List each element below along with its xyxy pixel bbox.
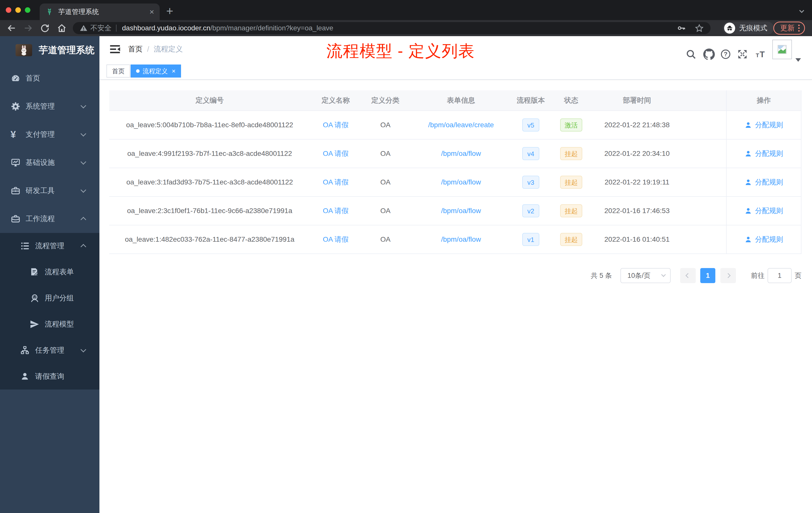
definition-name-link[interactable]: OA 请假	[323, 235, 349, 243]
sidebar-item-dev-tools[interactable]: 研发工具	[0, 177, 99, 205]
new-tab-button[interactable]: +	[166, 4, 173, 18]
zoom-window-button[interactable]	[25, 7, 30, 13]
font-size-icon[interactable]: TT	[755, 49, 767, 61]
help-icon[interactable]: ?	[720, 49, 731, 61]
tab-title: 芋道管理系统	[58, 7, 145, 16]
deploy-time: 2022-01-16 17:46:53	[593, 207, 681, 215]
status-badge: 挂起	[560, 204, 582, 217]
tag-home[interactable]: 首页	[107, 64, 130, 78]
assign-rule-link[interactable]: 分配规则	[745, 149, 783, 158]
bookmark-star-icon[interactable]	[695, 23, 704, 33]
tab-strip: 芋道管理系统 × +	[0, 0, 812, 20]
prev-page-button[interactable]	[680, 268, 696, 283]
browser-tab[interactable]: 芋道管理系统 ×	[40, 3, 160, 20]
sidebar-item-label: 流程表单	[45, 267, 74, 277]
workflow-submenu: 流程管理 流程表单 用户分组 流程模型 任务管理	[0, 233, 99, 390]
definition-category: OA	[361, 178, 409, 186]
version-badge: v1	[522, 233, 539, 246]
menu-dots-icon[interactable]	[798, 25, 800, 32]
page-size-select[interactable]: 10条/页	[620, 268, 671, 283]
status-badge: 挂起	[560, 147, 582, 160]
caret-down-icon[interactable]	[795, 58, 801, 62]
user-icon	[745, 150, 752, 157]
table-row: oa_leave:3:1fad3d93-7b75-11ec-a3c8-acde4…	[109, 168, 802, 197]
assign-rule-link[interactable]: 分配规则	[745, 206, 783, 216]
sidebar-item-process-management[interactable]: 流程管理	[0, 233, 99, 259]
form-link[interactable]: /bpm/oa/flow	[441, 235, 481, 243]
forward-button[interactable]	[23, 23, 33, 34]
tab-close-icon[interactable]: ×	[149, 8, 154, 16]
column-header: 操作	[726, 90, 802, 111]
assign-rule-link[interactable]: 分配规则	[745, 177, 783, 187]
warning-triangle-icon[interactable]	[79, 24, 88, 32]
user-icon	[745, 121, 752, 129]
toolbox-icon	[10, 186, 21, 196]
page-number-button[interactable]: 1	[700, 268, 715, 283]
yen-icon: ¥	[10, 129, 21, 140]
key-icon[interactable]	[677, 24, 686, 33]
tag-close-icon[interactable]: ×	[172, 67, 175, 75]
close-window-button[interactable]	[6, 7, 11, 13]
home-button[interactable]	[57, 23, 67, 34]
chevron-down-icon	[81, 131, 86, 137]
sidebar-item-user-group[interactable]: 用户分组	[0, 285, 99, 311]
tree-list-icon	[20, 241, 30, 251]
sidebar-item-process-model[interactable]: 流程模型	[0, 311, 99, 337]
sidebar-item-infrastructure[interactable]: 基础设施	[0, 149, 99, 177]
fullscreen-icon[interactable]	[737, 49, 748, 61]
sidebar-item-payment[interactable]: ¥ 支付管理	[0, 120, 99, 149]
definition-name-link[interactable]: OA 请假	[323, 150, 349, 157]
github-icon[interactable]	[703, 49, 715, 61]
form-link[interactable]: /bpm/oa/flow	[441, 207, 481, 215]
definition-category: OA	[361, 207, 409, 215]
chevron-left-icon	[686, 273, 691, 278]
back-button[interactable]	[6, 23, 17, 34]
app-title: 芋道管理系统	[39, 44, 94, 57]
assign-rule-link[interactable]: 分配规则	[745, 235, 783, 244]
url-bar[interactable]: 不安全 dashboard.yudao.iocoder.cn/bpm/manag…	[73, 22, 710, 34]
column-header: 状态	[549, 96, 593, 105]
form-edit-icon	[30, 267, 40, 277]
tab-search-chevron-icon[interactable]	[798, 7, 806, 17]
breadcrumb-home[interactable]: 首页	[128, 44, 143, 54]
chevron-down-icon	[81, 103, 86, 109]
status-badge: 挂起	[560, 176, 582, 189]
sidebar-collapse-icon[interactable]	[109, 43, 121, 57]
form-link[interactable]: /bpm/oa/flow	[441, 150, 481, 157]
form-link[interactable]: /bpm/oa/flow	[441, 178, 481, 186]
sidebar-item-process-form[interactable]: 流程表单	[0, 259, 99, 285]
column-header: 部署时间	[593, 96, 681, 105]
deploy-time: 2022-01-16 01:40:51	[593, 235, 681, 243]
table-row: oa_leave:1:482ec033-762a-11ec-8477-a2380…	[109, 225, 802, 254]
minimize-window-button[interactable]	[15, 7, 21, 13]
monitor-icon	[10, 158, 21, 168]
tag-process-definition[interactable]: 流程定义 ×	[130, 64, 181, 78]
goto-page-input[interactable]: 1	[767, 268, 792, 283]
url-text: dashboard.yudao.iocoder.cn/bpm/manager/d…	[122, 24, 333, 32]
sidebar-item-workflow[interactable]: 工作流程	[0, 205, 99, 233]
sidebar-item-system[interactable]: 系统管理	[0, 92, 99, 120]
definition-name-link[interactable]: OA 请假	[323, 121, 349, 129]
status-badge: 激活	[560, 118, 582, 131]
sidebar-item-task-management[interactable]: 任务管理	[0, 337, 99, 363]
goto-suffix: 页	[795, 271, 802, 280]
column-header: 表单信息	[409, 96, 513, 105]
form-link[interactable]: /bpm/oa/leave/create	[428, 121, 494, 129]
search-icon[interactable]	[686, 49, 696, 61]
update-button[interactable]: 更新	[773, 22, 805, 35]
reload-button[interactable]	[40, 23, 50, 34]
sidebar-item-leave-query[interactable]: 请假查询	[0, 363, 99, 390]
avatar[interactable]	[772, 40, 792, 59]
sidebar-logo: 芋道管理系统	[0, 36, 99, 64]
pagination-total: 共 5 条	[591, 271, 612, 280]
definition-name-link[interactable]: OA 请假	[323, 207, 349, 215]
sidebar-item-home[interactable]: 首页	[0, 64, 99, 92]
chevron-up-icon	[81, 217, 86, 222]
annotation-title: 流程模型 - 定义列表	[326, 40, 475, 62]
definition-name-link[interactable]: OA 请假	[323, 178, 349, 186]
user-icon	[745, 178, 752, 186]
assign-rule-link[interactable]: 分配规则	[745, 120, 783, 130]
next-page-button[interactable]	[720, 268, 736, 283]
svg-text:T: T	[756, 52, 759, 58]
sidebar-item-label: 首页	[26, 73, 40, 83]
